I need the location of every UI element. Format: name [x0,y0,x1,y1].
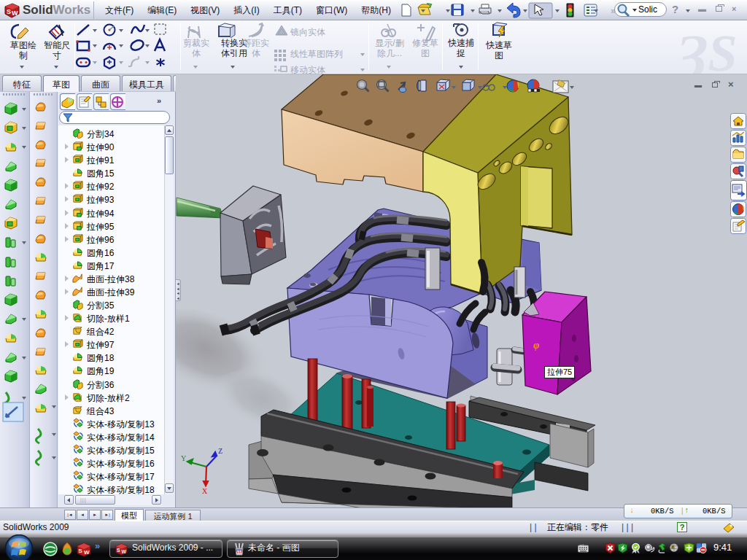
svg-text:键盘: 键盘 [579,544,584,547]
svg-text:Z: Z [218,447,222,455]
svg-text:φ: φ [533,340,539,351]
svg-text:W: W [122,549,127,554]
svg-text:S: S [117,548,120,553]
svg-text:S: S [7,8,11,15]
svg-text:W: W [12,9,18,17]
svg-text:W: W [84,549,90,556]
svg-text:Y: Y [181,454,186,462]
svg-text:S: S [79,548,83,554]
svg-text:X: X [202,487,208,495]
